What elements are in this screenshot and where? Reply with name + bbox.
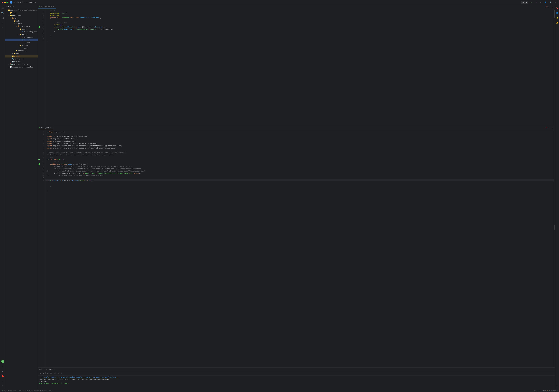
run-gutter-icon-main2[interactable]: ▶ (38, 163, 40, 165)
tree-item-idea[interactable]: ▸ 📁 .idea (5, 11, 38, 14)
right-icon-bookmark[interactable]: 🔖 (555, 6, 559, 10)
bp-line (38, 135, 41, 138)
run-config-label: Main (522, 2, 525, 3)
code-upper[interactable]: new * @Component("test") @ToString publi… (46, 9, 554, 126)
branch-indicator[interactable]: ⎇ master ▾ (26, 1, 36, 3)
right-icon-notifications[interactable]: 🔔 (555, 20, 559, 25)
fold-button[interactable]: ⊟ (54, 372, 56, 375)
nav-down-main[interactable]: ∨ (548, 127, 549, 129)
tree-item-test[interactable]: ▸ 📁 test (5, 52, 38, 55)
close-button[interactable] (2, 2, 3, 3)
sidebar-icon-more[interactable]: ⋯ (0, 25, 5, 30)
status-position[interactable]: 21:5 (534, 390, 537, 391)
run-line-4: Process finished with exit code 0 (39, 383, 554, 385)
sidebar-icon-todo[interactable]: ✓ (0, 379, 5, 383)
run-tab-label-run: Run (45, 369, 47, 370)
status-charset[interactable]: UTF-8 (542, 390, 546, 391)
tab-close-student[interactable]: × (53, 6, 55, 8)
tree-item-springtest-root[interactable]: ▾ 📁 SpringTest ~/Desktop/CS/JavaEE/2.Jav… (5, 9, 38, 11)
run-config[interactable]: Main ▾ (521, 1, 528, 4)
sidebar-icon-terminal[interactable]: ⊞ (0, 364, 5, 368)
tab-student-java[interactable]: C Student.java × (38, 5, 56, 9)
stop-button[interactable]: ■ (42, 372, 45, 375)
nav-down-student[interactable]: ∨ (548, 6, 549, 8)
debug-button[interactable]: ⚡ (534, 0, 538, 4)
sidebar-icon-git[interactable]: ⎇ (0, 16, 5, 20)
tree-item-springtest-folder[interactable]: ▾ 📁 SpringTest (5, 14, 38, 17)
tree-item-gitignore[interactable]: ▸ 🔧 .gitignore (5, 57, 38, 60)
sidebar-icon-structure[interactable]: ≋ (0, 20, 5, 25)
scrollbar-right-lower[interactable] (554, 130, 555, 367)
tree-item-student[interactable]: ▸ C Student (5, 38, 38, 41)
run-gutter-icon-main1[interactable]: ▶ (38, 159, 40, 160)
run-button[interactable]: ▶ (529, 0, 533, 4)
status-breadcrumb[interactable]: SpringTest > src > main > java > org > e… (4, 390, 53, 391)
fullscreen-button[interactable] (7, 2, 8, 3)
rerun-button[interactable]: ↺ (39, 372, 42, 375)
sidebar-icon-run2[interactable]: ▶ (0, 369, 5, 373)
editor-settings-lower[interactable]: ⋮ (550, 126, 554, 130)
right-icon-collab[interactable]: 👥 (555, 11, 559, 15)
run-tab-main[interactable]: Main × (49, 367, 56, 371)
tree-label-service: service (22, 45, 28, 46)
sidebar-icon-find[interactable]: 🔍 (0, 11, 5, 15)
scrollbar-thumb-lower[interactable] (554, 225, 555, 230)
profile-button[interactable]: 👤 (544, 0, 548, 4)
tree-item-teacher[interactable]: ▸ I Teacher (5, 41, 38, 44)
tree-item-java[interactable]: ▾ ☕ java (5, 22, 38, 25)
run-tab-run[interactable]: Run (44, 367, 48, 371)
run-output-jvm-path[interactable]: /Users/eve/Library/Java/JavaVirtualMachi… (42, 376, 119, 378)
project-chevron[interactable]: ▾ (13, 6, 14, 7)
scroll-end-button[interactable]: ⬇ (46, 372, 49, 375)
tree-item-config[interactable]: ▾ 📁 config (5, 28, 38, 30)
tab-main-java[interactable]: C Main.java × (38, 126, 53, 130)
tree-item-main-configuration[interactable]: ▸ C MainConfiguration (5, 30, 38, 33)
sidebar-icon-project[interactable]: ☰ (0, 6, 5, 10)
tree-item-main[interactable]: ▾ 📁 main (5, 20, 38, 22)
run-tab-close-main[interactable]: × (54, 368, 56, 370)
settings-run-button[interactable]: ⚙ (57, 372, 60, 375)
sidebar-icon-bookmark[interactable]: 🔖 (0, 374, 5, 378)
sidebar-icon-notifications[interactable]: ⚙ (0, 384, 5, 388)
status-memory[interactable]: ⚙ (557, 390, 558, 392)
tab-close-main[interactable]: × (50, 127, 52, 129)
scrollbar-thumb-upper[interactable] (554, 10, 555, 19)
tree-item-pom[interactable]: ▸ 📄 pom.xml (5, 60, 38, 63)
status-indent[interactable]: 4 spaces (549, 390, 556, 391)
more-run-button[interactable]: ⋯ (60, 372, 63, 375)
clear-button[interactable]: 🗑 (49, 372, 52, 375)
tree-item-service[interactable]: ▾ 📁 service (5, 44, 38, 47)
tree-item-org-example[interactable]: ▾ 📦 org.example (5, 25, 38, 28)
sidebar-icon-avatar[interactable]: E (0, 359, 5, 364)
minimize-button[interactable] (4, 2, 6, 3)
tree-item-main-class[interactable]: ▸ C Main (5, 47, 38, 49)
status-warnings[interactable]: ⚠ (547, 390, 548, 392)
tree-item-resources[interactable]: ▸ 📁 resources (5, 49, 38, 52)
right-icon-expand[interactable]: ⊞ (555, 384, 559, 388)
code-lower[interactable]: package org.example; import org.example.… (46, 130, 554, 367)
editor-area: C Student.java × ⚠ 6 ∧ ∨ ⋮ (38, 5, 555, 389)
tree-item-external-libs[interactable]: ▸ 📚 External Libraries (5, 63, 38, 65)
status-bar: ⎇ SpringTest > src > main > java > org >… (0, 389, 559, 392)
run-line-1: BeanClassLoaderAware: jdk.internal.loade… (39, 378, 554, 380)
status-encoding[interactable]: LF (539, 390, 540, 391)
tree-arrow: ▾ (6, 9, 8, 11)
more-button[interactable]: ⋯ (539, 0, 543, 4)
tree-item-scratches[interactable]: ▸ 📝 Scratches and Consoles (5, 65, 38, 68)
line-num-19b: 19 (41, 172, 45, 175)
nav-up-student[interactable]: ∧ (547, 6, 548, 8)
scrollbar-right-upper[interactable] (554, 9, 555, 126)
tree-item-artteacher[interactable]: ▸ C ArtTeacher (5, 36, 38, 38)
nav-up-main[interactable]: ∧ (547, 127, 548, 129)
editor-settings-upper[interactable]: ⋮ (550, 5, 554, 9)
tree-item-target[interactable]: ▸ 📁 target (5, 55, 38, 57)
tree-label-target: target (14, 55, 20, 57)
settings-button[interactable]: ⚙ (554, 0, 557, 4)
branch-chevron: ▾ (35, 1, 36, 3)
tree-item-entity[interactable]: ▾ 📁 entity (5, 33, 38, 36)
right-icon-ai[interactable]: ✨ (555, 16, 559, 20)
tree-arrow: ▸ (8, 63, 10, 65)
run-gutter-icon[interactable]: ▶ (38, 26, 40, 28)
search-button[interactable]: 🔍 (549, 0, 552, 4)
tree-item-src[interactable]: ▾ 📦 src (5, 17, 38, 20)
